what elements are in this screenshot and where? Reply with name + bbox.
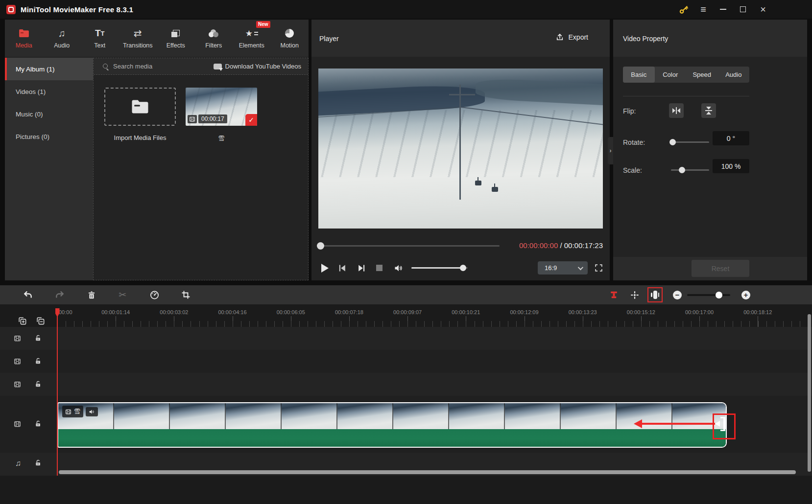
reset-button[interactable]: Reset bbox=[692, 260, 749, 277]
flip-horizontal-button[interactable] bbox=[669, 103, 684, 118]
horizontal-scrollbar[interactable] bbox=[59, 470, 796, 474]
fullscreen-button[interactable] bbox=[594, 263, 603, 273]
speed-button[interactable] bbox=[146, 285, 163, 304]
tab-motion[interactable]: Motion bbox=[271, 20, 309, 57]
tab-audio[interactable]: Audio bbox=[718, 67, 750, 83]
volume-handle[interactable] bbox=[460, 265, 466, 271]
next-frame-button[interactable] bbox=[357, 264, 366, 272]
ribbon: Media ♫ Audio TT Text ⇄ Transitions Effe… bbox=[5, 20, 309, 57]
clip-thumbnails[interactable] bbox=[58, 403, 726, 429]
stop-button[interactable] bbox=[376, 265, 382, 271]
track-lock-button[interactable] bbox=[34, 380, 42, 388]
track-lane bbox=[0, 327, 812, 350]
track-lock-button[interactable] bbox=[34, 357, 42, 365]
ruler-label: 00:00:13:23 bbox=[553, 309, 612, 315]
tab-audio[interactable]: ♫ Audio bbox=[43, 20, 81, 57]
timeline: 00:00 00:00:01:1400:00:03:0200:00:04:160… bbox=[0, 304, 812, 504]
sidebar-item-my-album[interactable]: My Album (1) bbox=[5, 58, 93, 80]
filters-icon bbox=[209, 29, 218, 37]
media-library-panel: Media ♫ Audio TT Text ⇄ Transitions Effe… bbox=[5, 20, 309, 280]
track-lock-button[interactable] bbox=[34, 459, 42, 467]
rotate-handle[interactable] bbox=[669, 139, 676, 145]
tab-elements[interactable]: New ★ Elements bbox=[233, 20, 271, 57]
tab-transitions[interactable]: ⇄ Transitions bbox=[119, 20, 157, 57]
redo-button[interactable] bbox=[51, 285, 68, 304]
scale-handle[interactable] bbox=[679, 167, 685, 173]
track-type-film-icon bbox=[14, 358, 21, 365]
play-button[interactable] bbox=[321, 264, 329, 273]
film-icon bbox=[188, 115, 197, 123]
rotate-slider[interactable] bbox=[671, 141, 709, 143]
ruler-minor-ticks bbox=[57, 321, 812, 327]
search-icon bbox=[102, 63, 109, 70]
license-key-button[interactable] bbox=[674, 0, 693, 19]
scale-slider[interactable] bbox=[671, 169, 709, 171]
previous-frame-button[interactable] bbox=[338, 264, 347, 272]
flip-vertical-button[interactable] bbox=[701, 103, 716, 118]
undo-icon bbox=[23, 290, 33, 300]
remove-track-button[interactable] bbox=[36, 316, 45, 325]
playhead[interactable] bbox=[57, 308, 58, 476]
scissors-icon: ✂ bbox=[119, 289, 126, 300]
seek-handle[interactable] bbox=[317, 242, 324, 250]
volume-button[interactable] bbox=[394, 263, 404, 273]
video-preview[interactable] bbox=[318, 69, 603, 229]
seek-bar[interactable] bbox=[321, 245, 500, 247]
minimize-button[interactable] bbox=[713, 0, 733, 19]
export-button[interactable]: Export bbox=[555, 33, 588, 42]
delete-button[interactable] bbox=[83, 285, 100, 304]
mountain-ridge bbox=[476, 78, 603, 106]
track-lock-button[interactable] bbox=[34, 420, 42, 428]
maximize-button[interactable] bbox=[733, 0, 753, 19]
sidebar-item-pictures[interactable]: Pictures (0) bbox=[5, 125, 93, 148]
add-track-button[interactable] bbox=[18, 316, 27, 325]
track-lock-button[interactable] bbox=[34, 334, 42, 342]
collapse-panel-button[interactable]: › bbox=[608, 137, 613, 164]
timeline-zoom-slider[interactable] bbox=[687, 294, 730, 296]
zoom-out-button[interactable]: − bbox=[673, 291, 682, 299]
tab-effects[interactable]: Effects bbox=[157, 20, 195, 57]
tab-speed[interactable]: Speed bbox=[686, 67, 718, 83]
export-icon bbox=[555, 33, 564, 42]
tab-basic[interactable]: Basic bbox=[623, 67, 655, 83]
app-logo-icon bbox=[6, 5, 16, 14]
fit-timeline-button[interactable] bbox=[626, 285, 643, 304]
new-badge: New bbox=[256, 21, 270, 28]
crop-button[interactable] bbox=[177, 285, 194, 304]
property-footer: Reset bbox=[613, 257, 807, 280]
vertical-scrollbar[interactable] bbox=[808, 314, 811, 472]
import-media-dropzone[interactable] bbox=[104, 88, 176, 126]
clip-audio-waveform[interactable] bbox=[58, 429, 726, 447]
minimize-icon bbox=[720, 9, 726, 10]
titlebar: MiniTool MovieMaker Free 8.3.1 ≡ × bbox=[0, 0, 812, 19]
timeline-zoom-handle[interactable] bbox=[716, 292, 722, 298]
clip-name: 雪 bbox=[186, 134, 257, 143]
redo-icon bbox=[54, 290, 65, 300]
sidebar-item-videos[interactable]: Videos (1) bbox=[5, 80, 93, 103]
tab-color[interactable]: Color bbox=[655, 67, 687, 83]
tab-filters[interactable]: Filters bbox=[195, 20, 233, 57]
tab-text[interactable]: TT Text bbox=[81, 20, 119, 57]
flip-horizontal-icon bbox=[672, 107, 680, 114]
sidebar-item-music[interactable]: Music (0) bbox=[5, 103, 93, 125]
check-icon: ✓ bbox=[248, 116, 254, 124]
ruler-label: 00:00:04:16 bbox=[203, 309, 262, 315]
trim-cursor-icon bbox=[720, 430, 724, 431]
flip-label: Flip: bbox=[623, 107, 636, 115]
aspect-ratio-dropdown[interactable]: 16:9 bbox=[538, 261, 588, 275]
media-clip-thumbnail[interactable]: 00:00:17 ✓ bbox=[186, 88, 257, 126]
music-track-icon: ♫ bbox=[15, 459, 21, 468]
tab-media[interactable]: Media bbox=[5, 20, 43, 57]
splice-tracks-button[interactable] bbox=[605, 285, 622, 304]
undo-button[interactable] bbox=[20, 285, 36, 304]
search-media-input[interactable]: Search media bbox=[113, 63, 152, 70]
total-duration: 00:00:17:23 bbox=[564, 241, 603, 250]
close-button[interactable]: × bbox=[753, 0, 773, 19]
zoom-in-button[interactable]: + bbox=[741, 291, 750, 299]
download-youtube-button[interactable]: Download YouTube Videos bbox=[214, 63, 301, 70]
track-mode-button-highlighted[interactable] bbox=[647, 287, 663, 302]
track-bars-icon bbox=[651, 293, 652, 297]
split-button[interactable]: ✂ bbox=[114, 285, 131, 304]
timeline-video-clip[interactable]: 雪 bbox=[57, 402, 727, 448]
menu-button[interactable]: ≡ bbox=[693, 0, 713, 19]
